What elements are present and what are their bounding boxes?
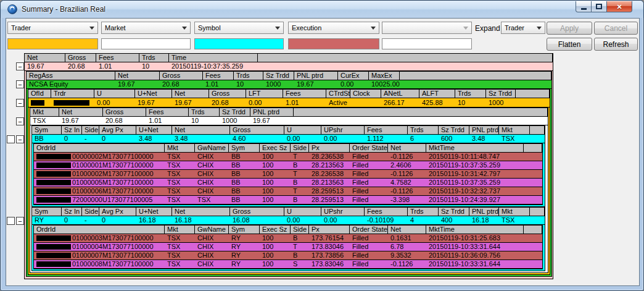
cancel-button[interactable]: Cancel: [594, 22, 638, 35]
office-header-row[interactable]: OfIdTrdrUU+NetNetGrossLFTFeesCTrdStClock…: [28, 90, 550, 98]
extra-filter-combo[interactable]: [382, 22, 472, 34]
column-header[interactable]: Mkt: [30, 108, 59, 116]
close-button[interactable]: ✕: [606, 1, 632, 12]
column-header[interactable]: Net: [172, 90, 209, 98]
collapse-summary-button[interactable]: −: [16, 62, 24, 70]
trader-filter-input[interactable]: [7, 38, 98, 49]
column-header[interactable]: Order State: [350, 226, 388, 234]
column-header[interactable]: Fees: [365, 208, 408, 216]
column-header[interactable]: Fees: [365, 126, 408, 134]
regass-row[interactable]: NCSA Equity19.6720.681.0110100019.670.00…: [27, 80, 551, 89]
column-header[interactable]: Sym: [229, 144, 260, 152]
column-header[interactable]: Fees: [283, 90, 326, 98]
column-header[interactable]: Exec Sz: [260, 144, 291, 152]
column-header[interactable]: Px: [309, 144, 350, 152]
orders-header-row[interactable]: OrdrIdMktGwNameSymExec SzSidePxOrder Sta…: [34, 226, 542, 234]
column-header[interactable]: U+Net: [136, 208, 172, 216]
column-header[interactable]: Trds: [234, 72, 263, 80]
column-header[interactable]: PNL ptrd: [294, 72, 338, 80]
order-row[interactable]: 01000002M173077100000TSXCHIXBB100T28.236…: [34, 170, 542, 179]
market-filter-input[interactable]: [101, 38, 191, 49]
column-header[interactable]: PNL ptrd: [250, 108, 294, 116]
column-header[interactable]: Gross: [230, 208, 284, 216]
extra-filter-input[interactable]: [382, 38, 472, 49]
column-header[interactable]: Gross: [230, 126, 284, 134]
column-header[interactable]: Fees: [146, 108, 189, 116]
column-header[interactable]: Gross: [103, 108, 146, 116]
column-header[interactable]: [524, 144, 542, 152]
column-header[interactable]: Sz Trdd: [220, 108, 250, 116]
collapse-market-button[interactable]: −: [16, 117, 24, 125]
order-row[interactable]: 01000006M173077100000TSXCHIXBB100T28.259…: [34, 187, 542, 196]
refresh-button[interactable]: Refresh: [594, 38, 638, 51]
symbol-row[interactable]: BB0-03.483.484.600.000.001.11266003.48TS…: [32, 135, 545, 143]
column-header[interactable]: Sz Trdd: [439, 208, 469, 216]
symbol-filter-input[interactable]: [194, 38, 284, 49]
order-row[interactable]: 01000007M173077100000TSXCHIXRY100B173.73…: [34, 251, 542, 260]
order-row[interactable]: 01000008M173077100000TSXCHIXRY100S173.83…: [34, 260, 542, 269]
collapse-regass-button[interactable]: −: [16, 80, 24, 88]
column-header[interactable]: Avg Px: [99, 208, 136, 216]
column-header[interactable]: ANetL: [381, 90, 419, 98]
execution-filter-input[interactable]: [288, 38, 379, 49]
orders-header-row[interactable]: OrdrIdMktGwNameSymExec SzSidePxOrder Sta…: [34, 144, 542, 153]
column-header[interactable]: U+Net: [136, 126, 172, 134]
column-header[interactable]: Fees: [96, 54, 139, 62]
column-header[interactable]: [400, 72, 551, 80]
column-header[interactable]: Gross: [160, 72, 203, 80]
column-header[interactable]: Px: [309, 226, 350, 234]
column-header[interactable]: Sym: [32, 208, 62, 216]
maximize-button[interactable]: [591, 1, 607, 12]
expand-combo[interactable]: Trader: [501, 22, 545, 34]
column-header[interactable]: Fees: [203, 72, 234, 80]
column-header[interactable]: Gross: [209, 90, 246, 98]
column-header[interactable]: MktTime: [426, 144, 524, 152]
column-header[interactable]: OfId: [28, 90, 51, 98]
trader-filter-combo[interactable]: Trader: [7, 22, 98, 34]
column-header[interactable]: Net: [115, 72, 160, 80]
column-header[interactable]: GwName: [195, 144, 229, 152]
column-header[interactable]: [530, 208, 545, 216]
select-symbol-bb-checkbox[interactable]: [7, 135, 15, 143]
column-header[interactable]: [258, 54, 553, 62]
column-header[interactable]: Trdr: [51, 90, 94, 98]
order-row[interactable]: 72000000U173077100005TSXTSXBB100B28.2595…: [34, 196, 542, 205]
column-header[interactable]: U: [284, 208, 321, 216]
column-header[interactable]: Net: [388, 226, 426, 234]
column-header[interactable]: Sz In: [62, 208, 82, 216]
column-header[interactable]: Sym: [32, 126, 62, 134]
market-row[interactable]: TSX19.6720.681.0110100019.67: [30, 117, 548, 125]
flatten-button[interactable]: Flatten: [547, 38, 592, 51]
regass-header-row[interactable]: RegAssNetGrossFeesTrdsSz TrddPNL ptrdCur…: [27, 72, 551, 80]
symbol-header-row[interactable]: SymSz InSideAvg PxU+NetNetGrossUUPshrFee…: [32, 126, 545, 135]
column-header[interactable]: MktTime: [426, 226, 524, 234]
titlebar[interactable]: Summary - Brazilian Real ✕: [1, 1, 643, 18]
column-header[interactable]: PNL ptrd: [469, 126, 499, 134]
column-header[interactable]: UPshr: [321, 208, 365, 216]
column-header[interactable]: Net: [172, 208, 230, 216]
office-row[interactable]: 0.0019.6719.6720.680.001.01Active266.174…: [28, 98, 550, 108]
collapse-office-button[interactable]: −: [16, 99, 24, 107]
apply-button[interactable]: Apply: [547, 22, 592, 35]
column-header[interactable]: CTrdSt: [326, 90, 350, 98]
column-header[interactable]: Clock: [350, 90, 381, 98]
column-header[interactable]: Mkt: [165, 226, 195, 234]
column-header[interactable]: MaxEx: [369, 72, 400, 80]
column-header[interactable]: Sz Trdd: [486, 90, 516, 98]
column-header[interactable]: Side: [291, 144, 309, 152]
column-header[interactable]: Trds: [139, 54, 169, 62]
order-row[interactable]: 01000004M173077100000TSXCHIXRY100T173.83…: [34, 243, 542, 251]
column-header[interactable]: Gross: [65, 54, 96, 62]
column-header[interactable]: Exec Sz: [260, 226, 291, 234]
select-symbol-ry-checkbox[interactable]: [7, 217, 15, 225]
column-header[interactable]: Trds: [189, 108, 220, 116]
column-header[interactable]: U+Net: [135, 90, 172, 98]
column-header[interactable]: RegAss: [27, 72, 115, 80]
column-header[interactable]: [530, 126, 545, 134]
column-header[interactable]: OrdrId: [34, 144, 165, 152]
column-header[interactable]: Trds: [408, 126, 439, 134]
symbol-filter-combo[interactable]: Symbol: [194, 22, 284, 34]
column-header[interactable]: Sym: [229, 226, 260, 234]
column-header[interactable]: OrdrId: [34, 226, 165, 234]
column-header[interactable]: Side: [291, 226, 309, 234]
